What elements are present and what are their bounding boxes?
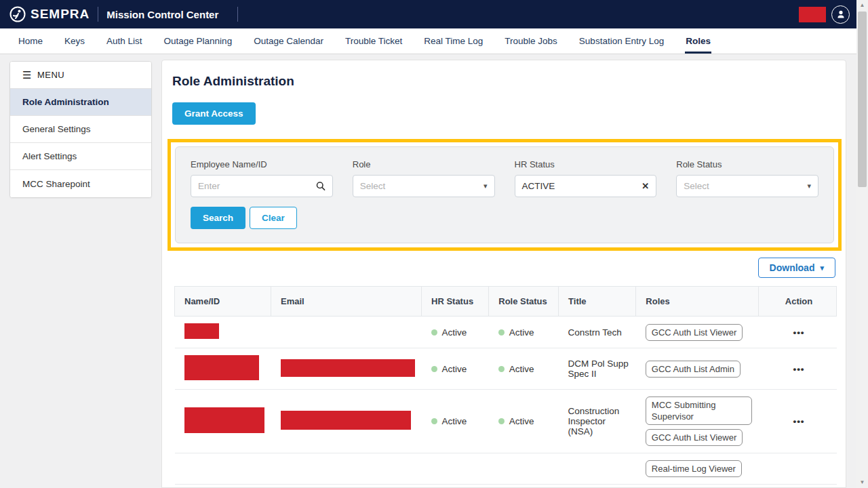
column-header-role-status: Role Status bbox=[489, 287, 559, 317]
sidebar-item-general-settings[interactable]: General Settings bbox=[10, 116, 151, 143]
tab-outage-calendar[interactable]: Outage Calendar bbox=[253, 28, 324, 54]
employee-name-input-box bbox=[191, 175, 333, 197]
role-chip: MCC Submitting Supervisor bbox=[646, 396, 752, 425]
roles-table: Name/ID Email HR Status Role Status Titl… bbox=[174, 286, 837, 485]
redacted-name bbox=[184, 355, 259, 380]
role-status-value: Active bbox=[509, 416, 534, 426]
column-header-title: Title bbox=[559, 287, 636, 317]
app-header: SEMPRA Mission Control Center bbox=[0, 0, 856, 28]
column-header-email: Email bbox=[271, 287, 422, 317]
status-dot-green bbox=[498, 329, 505, 336]
redacted-username bbox=[799, 7, 826, 22]
employee-name-field-group: Employee Name/ID bbox=[191, 159, 333, 197]
tab-roles[interactable]: Roles bbox=[685, 28, 711, 54]
hr-status-value: Active bbox=[442, 327, 467, 338]
role-label: Role bbox=[353, 159, 495, 169]
role-status-select[interactable]: Select ▾ bbox=[676, 175, 818, 197]
table-row: Active Active DCM Pol Supp Spec II GCC A… bbox=[175, 348, 837, 390]
sidebar-menu-label: MENU bbox=[37, 70, 64, 80]
role-select-placeholder: Select bbox=[360, 181, 484, 191]
tab-home[interactable]: Home bbox=[18, 28, 43, 54]
header-divider bbox=[98, 7, 98, 22]
table-header-row: Name/ID Email HR Status Role Status Titl… bbox=[175, 287, 837, 317]
sidebar-item-mcc-sharepoint[interactable]: MCC Sharepoint bbox=[10, 170, 151, 197]
grant-access-button[interactable]: Grant Access bbox=[172, 102, 256, 125]
column-header-hr-status: HR Status bbox=[422, 287, 489, 317]
search-icon[interactable] bbox=[316, 181, 326, 191]
redacted-email bbox=[281, 359, 415, 377]
status-dot-green bbox=[431, 366, 437, 372]
header-divider bbox=[237, 7, 238, 22]
row-actions-button[interactable]: ••• bbox=[759, 348, 837, 390]
row-actions-button[interactable]: ••• bbox=[759, 390, 837, 453]
row-actions-button[interactable]: ••• bbox=[759, 317, 837, 348]
role-status-value: Active bbox=[509, 364, 534, 374]
table-row: Active Active Construction Inspector (NS… bbox=[175, 390, 837, 453]
search-filter-panel: Employee Name/ID Role Select bbox=[175, 146, 834, 243]
sidebar-item-alert-settings[interactable]: Alert Settings bbox=[10, 143, 151, 170]
scrollbar-thumb[interactable] bbox=[858, 12, 867, 187]
brand-name: SEMPRA bbox=[31, 7, 90, 22]
redacted-name bbox=[184, 323, 219, 339]
status-dot-green bbox=[498, 418, 505, 424]
role-chip: GCC Auth List Viewer bbox=[646, 324, 743, 341]
page-title: Role Administration bbox=[172, 74, 835, 89]
chevron-down-icon: ▾ bbox=[484, 182, 488, 190]
hamburger-icon: ☰ bbox=[22, 69, 32, 81]
column-header-action: Action bbox=[759, 287, 837, 317]
hr-status-label: HR Status bbox=[515, 159, 657, 169]
sidebar-menu-toggle[interactable]: ☰ MENU bbox=[10, 62, 151, 89]
person-icon bbox=[836, 9, 846, 19]
tab-trouble-ticket[interactable]: Trouble Ticket bbox=[344, 28, 403, 54]
role-status-label: Role Status bbox=[676, 159, 818, 169]
title-cell: Construction Inspector (NSA) bbox=[559, 390, 636, 453]
employee-name-input[interactable] bbox=[198, 181, 316, 191]
page-content: ☰ MENU Role Administration General Setti… bbox=[0, 54, 856, 488]
role-chip: Real-time Log Viewer bbox=[646, 460, 742, 477]
scroll-down-icon[interactable]: ▼ bbox=[856, 477, 868, 488]
user-avatar-button[interactable] bbox=[831, 5, 850, 24]
status-dot-green bbox=[431, 418, 437, 424]
hr-status-selected-value: ACTIVE bbox=[522, 181, 642, 191]
tab-auth-list[interactable]: Auth List bbox=[106, 28, 143, 54]
sidebar-item-role-administration[interactable]: Role Administration bbox=[10, 89, 151, 116]
redacted-email bbox=[281, 411, 411, 430]
brand: SEMPRA bbox=[9, 6, 90, 22]
sidebar: ☰ MENU Role Administration General Setti… bbox=[9, 61, 152, 198]
role-status-value: Active bbox=[509, 327, 534, 338]
app-title: Mission Control Center bbox=[106, 9, 218, 20]
scroll-up-icon[interactable]: ▲ bbox=[856, 0, 868, 11]
search-button[interactable]: Search bbox=[191, 207, 245, 229]
clear-selection-icon[interactable]: ✕ bbox=[642, 181, 649, 191]
tab-keys[interactable]: Keys bbox=[64, 28, 85, 54]
title-cell: Constrn Tech bbox=[559, 317, 636, 348]
hr-status-select[interactable]: ACTIVE ✕ bbox=[515, 175, 657, 197]
status-dot-green bbox=[431, 329, 437, 336]
role-status-field-group: Role Status Select ▾ bbox=[676, 159, 818, 197]
employee-name-label: Employee Name/ID bbox=[191, 159, 333, 169]
hr-status-value: Active bbox=[442, 416, 467, 426]
table-row: Active Active Constrn Tech GCC Auth List… bbox=[175, 317, 837, 348]
download-button[interactable]: Download ▾ bbox=[758, 258, 835, 278]
vertical-scrollbar[interactable]: ▲ ▼ bbox=[856, 0, 868, 488]
filter-highlight-outline: Employee Name/ID Role Select bbox=[167, 139, 842, 251]
role-chip: GCC Auth List Viewer bbox=[646, 429, 743, 446]
tab-real-time-log[interactable]: Real Time Log bbox=[423, 28, 484, 54]
tab-substation-entry-log[interactable]: Substation Entry Log bbox=[578, 28, 665, 54]
status-dot-green bbox=[498, 366, 505, 372]
role-chip: GCC Auth List Admin bbox=[646, 361, 741, 378]
email-cell bbox=[271, 453, 422, 485]
role-field-group: Role Select ▾ bbox=[353, 159, 495, 197]
main-nav: Home Keys Auth List Outage Planning Outa… bbox=[0, 28, 856, 54]
tab-outage-planning[interactable]: Outage Planning bbox=[163, 28, 233, 54]
role-select[interactable]: Select ▾ bbox=[353, 175, 495, 197]
chevron-down-icon: ▾ bbox=[820, 264, 824, 272]
column-header-roles: Roles bbox=[636, 287, 759, 317]
download-label: Download bbox=[770, 262, 815, 273]
clear-button[interactable]: Clear bbox=[250, 207, 297, 229]
tab-trouble-jobs[interactable]: Trouble Jobs bbox=[504, 28, 558, 54]
chevron-down-icon: ▾ bbox=[807, 182, 811, 190]
role-administration-panel: Role Administration Grant Access Employe… bbox=[161, 60, 846, 488]
email-cell bbox=[271, 317, 422, 348]
hr-status-field-group: HR Status ACTIVE ✕ bbox=[515, 159, 657, 197]
